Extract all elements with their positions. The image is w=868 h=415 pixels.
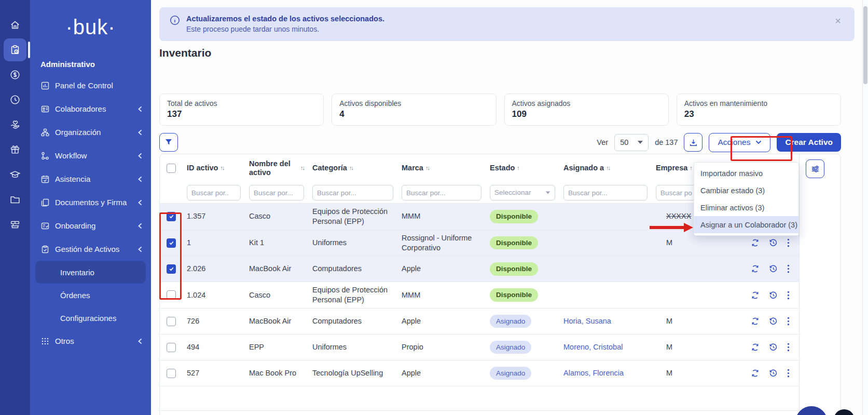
rail-item-payments[interactable] [4, 63, 26, 86]
download-button[interactable] [684, 133, 702, 152]
cell-empresa: M [652, 339, 709, 355]
status-badge: Asignado [490, 341, 531, 354]
history-icon[interactable] [769, 264, 778, 273]
sidebar-item-organizacion[interactable]: Organización [30, 121, 151, 144]
chevron-down-icon [546, 191, 550, 194]
stat-value: 137 [167, 109, 316, 119]
sort-icon[interactable]: ↑ [690, 165, 692, 171]
filter-id-input[interactable] [187, 185, 241, 200]
col-header-id-activo[interactable]: ID activo↑↓ [183, 164, 245, 172]
row-checkbox[interactable] [167, 212, 176, 221]
row-checkbox[interactable] [167, 290, 176, 300]
filter-estado-select[interactable]: Seleccionar [490, 185, 555, 200]
row-checkbox[interactable] [167, 343, 176, 352]
sidebar-subitem-inventario[interactable]: Inventario [35, 261, 146, 284]
swap-refresh-icon[interactable] [751, 317, 760, 326]
history-icon[interactable] [769, 369, 778, 378]
history-icon[interactable] [769, 317, 778, 326]
filter-marca-input[interactable] [402, 185, 481, 200]
kebab-menu-icon[interactable] [787, 317, 790, 326]
sidebar-item-gestion-de-activos[interactable]: Gestión de Activos [30, 237, 151, 261]
sidebar-item-workflow[interactable]: Workflow [30, 144, 151, 167]
cell-id-activo: 1 [183, 235, 245, 251]
home-icon [9, 19, 21, 31]
kebab-menu-icon[interactable] [787, 264, 790, 273]
sort-icon[interactable]: ↑↓ [425, 165, 429, 171]
history-icon[interactable] [769, 238, 778, 247]
sidebar-subitem-label: Órdenes [60, 291, 90, 300]
swap-refresh-icon[interactable] [751, 291, 760, 300]
row-checkbox[interactable] [167, 264, 176, 274]
sort-asc-icon[interactable]: ↑ [517, 165, 519, 171]
page-size-select[interactable]: 50 [614, 134, 649, 151]
crear-activo-button[interactable]: Crear Activo [777, 133, 841, 152]
row-checkbox[interactable] [167, 317, 176, 326]
filter-button[interactable] [159, 133, 178, 152]
status-badge: Asignado [490, 315, 531, 328]
kebab-menu-icon[interactable] [787, 291, 790, 300]
filter-asignado-input[interactable] [563, 185, 647, 200]
col-header-asignado[interactable]: Asignado a↑↓ [559, 164, 652, 172]
menu-item-cambiar-estado[interactable]: Cambiar estado (3) [694, 182, 798, 199]
rail-item-home[interactable] [4, 14, 26, 36]
cell-id-activo: 2.026 [183, 261, 245, 277]
close-icon[interactable]: × [831, 14, 845, 28]
notification-banner: Actualizaremos el estado de los activos … [159, 7, 855, 41]
column-settings-button[interactable] [806, 159, 824, 178]
menu-item-asignar-colaborador[interactable]: Asignar a un Colaborador (3) [694, 216, 798, 233]
stat-card-total: Total de activos 137 [159, 93, 324, 126]
sidebar-item-asistencia[interactable]: Asistencia [30, 167, 151, 191]
col-header-estado[interactable]: Estado↑ [486, 164, 559, 172]
cell-empresa [652, 266, 709, 272]
sidebar-subitem-ordenes[interactable]: Órdenes [35, 284, 146, 306]
stat-card-disponibles: Activos disponibles 4 [332, 93, 496, 126]
kebab-menu-icon[interactable] [787, 343, 790, 352]
sidebar-item-panel-de-control[interactable]: Panel de Control [30, 74, 151, 97]
rail-item-time[interactable] [4, 88, 26, 111]
assignee-link[interactable]: Horia, Susana [563, 317, 611, 325]
vertical-scrollbar[interactable] [862, 0, 868, 415]
cell-nombre: EPP [245, 339, 308, 355]
col-header-categoria[interactable]: Categoría↑↓ [308, 164, 397, 172]
swap-refresh-icon[interactable] [751, 264, 760, 273]
chevron-left-icon [137, 338, 143, 344]
filter-categoria-input[interactable] [312, 185, 393, 200]
stat-label: Total de activos [167, 99, 316, 108]
table-row: 1.024 Casco Equipos de Protección Person… [160, 282, 799, 308]
kebab-menu-icon[interactable] [787, 369, 790, 378]
sidebar-item-colaboradores[interactable]: Colaboradores [30, 97, 151, 121]
select-all-checkbox[interactable] [167, 164, 176, 173]
clipboard-clock-icon [9, 44, 21, 56]
sort-icon[interactable]: ↑↓ [220, 165, 224, 171]
sort-icon[interactable]: ↑↓ [300, 165, 304, 171]
swap-refresh-icon[interactable] [751, 369, 760, 378]
col-header-nombre[interactable]: Nombre del activo↑↓ [245, 159, 308, 178]
assignee-link[interactable]: Alamos, Florencia [563, 369, 624, 377]
history-icon[interactable] [769, 343, 778, 352]
sidebar-item-documentos-y-firma[interactable]: Documentos y Firma [30, 191, 151, 214]
scrollbar-thumb[interactable] [863, 6, 867, 84]
assignee-link[interactable]: Moreno, Cristobal [563, 343, 623, 351]
row-checkbox[interactable] [167, 238, 176, 248]
filter-nombre-input[interactable] [249, 185, 304, 200]
menu-item-eliminar-activos[interactable]: Eliminar activos (3) [694, 199, 798, 216]
rail-item-culture[interactable] [4, 138, 26, 161]
rail-item-files[interactable] [4, 188, 26, 211]
rail-item-benefits[interactable] [4, 113, 26, 136]
sidebar-subitem-configuraciones[interactable]: Configuraciones [35, 306, 146, 329]
row-checkbox[interactable] [167, 369, 176, 378]
rail-item-marketplace[interactable] [4, 213, 26, 236]
rail-item-assets[interactable] [4, 38, 26, 61]
kebab-menu-icon[interactable] [787, 238, 790, 247]
sidebar-item-onboarding[interactable]: Onboarding [30, 214, 151, 237]
menu-item-importador-masivo[interactable]: Importador masivo [694, 165, 798, 182]
sidebar-item-otros[interactable]: Otros [30, 329, 151, 353]
acciones-button[interactable]: Acciones [709, 133, 770, 152]
rail-item-talent[interactable] [4, 163, 26, 186]
history-icon[interactable] [769, 291, 778, 300]
col-header-marca[interactable]: Marca↑↓ [397, 164, 486, 172]
sort-icon[interactable]: ↑↓ [606, 165, 610, 171]
swap-refresh-icon[interactable] [751, 343, 760, 352]
sort-icon[interactable]: ↑↓ [349, 165, 353, 171]
swap-refresh-icon[interactable] [751, 238, 760, 247]
